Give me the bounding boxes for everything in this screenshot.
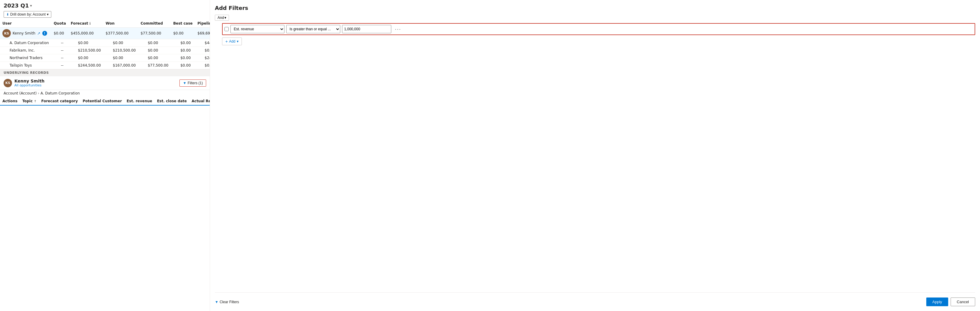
add-btn-label: Add	[229, 39, 235, 43]
sub-quota: --	[51, 47, 68, 54]
underlying-user-subtitle: All opportunities	[14, 83, 45, 87]
sort-icon: ↑	[34, 100, 36, 103]
sub-user-cell: Tailspin Toys	[0, 62, 51, 69]
drill-down-bar: ⬇ Drill down by: Account ▾	[0, 10, 210, 19]
avatar: KS	[2, 29, 11, 38]
sub-pipeline: $24,995.00	[195, 54, 210, 62]
cancel-button[interactable]: Cancel	[951, 298, 975, 306]
add-chevron-icon: ▾	[237, 39, 239, 43]
filter-operator-select[interactable]: Is greater than or equal ...	[286, 25, 340, 33]
sub-user-cell: Northwind Traders	[0, 54, 51, 62]
filter-btn-label: Filters (1)	[188, 81, 203, 85]
apply-button[interactable]: Apply	[926, 298, 948, 306]
clear-filter-icon: ▼	[215, 300, 218, 304]
col-won: Won	[103, 19, 138, 28]
add-plus-icon: +	[225, 39, 228, 44]
clear-filters-label: Clear Filters	[220, 300, 239, 304]
rec-col-est-close: Est. close date	[154, 97, 189, 105]
expand-icon[interactable]: ↗	[37, 31, 40, 36]
sub-quota: --	[51, 62, 68, 69]
forecast-info-icon: ℹ	[89, 22, 91, 25]
left-panel: 2023 Q1 ▾ ⬇ Drill down by: Account ▾ Use…	[0, 0, 210, 311]
panel-title: Add Filters	[215, 5, 975, 11]
more-options-button[interactable]: ···	[393, 25, 403, 33]
pipeline-cell: $69,695.00	[195, 28, 210, 39]
filter-value-input[interactable]	[342, 25, 391, 33]
clear-filters-button[interactable]: ▼ Clear Filters	[215, 299, 239, 305]
rec-col-est-revenue: Est. revenue	[124, 97, 154, 105]
sub-committed: $0.00	[138, 47, 171, 54]
sub-pipeline: $44,700.00	[195, 39, 210, 47]
sub-user-cell: A. Datum Corporation	[0, 39, 51, 47]
records-table-wrap: Actions Topic ↑ Forecast category Potent…	[0, 97, 210, 311]
table-row: Tailspin Toys -- $244,500.00 $167,000.00…	[0, 62, 210, 69]
breadcrumb-separator: ›	[38, 91, 39, 95]
breadcrumb-current: A. Datum Corporation	[40, 91, 80, 95]
committed-cell: $77,500.00	[138, 28, 171, 39]
section-label: UNDERLYING RECORDS	[3, 71, 49, 75]
filter-icon: ▼	[183, 81, 186, 85]
sub-best-case: $0.00	[171, 39, 195, 47]
quota-cell: $0.00	[51, 28, 68, 39]
rec-col-potential-customer: Potential Customer	[80, 97, 124, 105]
rec-col-forecast-cat: Forecast category	[39, 97, 80, 105]
add-row: + Add ▾	[222, 38, 975, 45]
forecast-table-wrap: User Quota Forecast ℹ Won Committed Best…	[0, 19, 210, 69]
breadcrumb: Account (Account) › A. Datum Corporation	[0, 90, 210, 97]
forecast-cell: $455,000.00	[68, 28, 103, 39]
drill-icon: ⬇	[6, 13, 9, 16]
drill-down-button[interactable]: ⬇ Drill down by: Account ▾	[3, 11, 51, 18]
sub-won: $0.00	[103, 39, 138, 47]
sub-best-case: $0.00	[171, 47, 195, 54]
sub-won: $0.00	[103, 54, 138, 62]
year-chevron-icon: ▾	[30, 3, 32, 8]
sub-forecast: $244,500.00	[68, 62, 103, 69]
sub-committed: $77,500.00	[138, 62, 171, 69]
section-divider: UNDERLYING RECORDS	[0, 69, 210, 76]
and-row: And ▾	[215, 15, 975, 21]
drill-down-label: Drill down by: Account	[10, 12, 46, 16]
year-label: 2023 Q1	[3, 2, 29, 9]
info-dot-icon[interactable]: !	[42, 31, 47, 36]
table-row: Northwind Traders -- $0.00 $0.00 $0.00 $…	[0, 54, 210, 62]
sub-forecast: $210,500.00	[68, 47, 103, 54]
sub-forecast: $0.00	[68, 39, 103, 47]
rec-col-actions: Actions	[0, 97, 20, 105]
sub-won: $167,000.00	[103, 62, 138, 69]
add-filter-button[interactable]: + Add ▾	[222, 38, 242, 45]
filter-checkbox[interactable]	[224, 27, 229, 31]
rec-col-topic: Topic ↑	[20, 97, 39, 105]
drill-chevron-icon: ▾	[47, 12, 49, 16]
sub-won: $210,500.00	[103, 47, 138, 54]
sub-committed: $0.00	[138, 39, 171, 47]
underlying-user: KS Kenny Smith All opportunities	[3, 79, 45, 87]
records-table: Actions Topic ↑ Forecast category Potent…	[0, 97, 210, 106]
app-layout: 2023 Q1 ▾ ⬇ Drill down by: Account ▾ Use…	[0, 0, 980, 311]
underlying-header: KS Kenny Smith All opportunities ▼ Filte…	[0, 76, 210, 90]
header: 2023 Q1 ▾	[0, 0, 210, 10]
forecast-table: User Quota Forecast ℹ Won Committed Best…	[0, 19, 210, 69]
filters-button[interactable]: ▼ Filters (1)	[180, 79, 206, 87]
filter-field-select[interactable]: Est. revenue	[231, 25, 285, 33]
sub-best-case: $0.00	[171, 62, 195, 69]
rec-col-actual-revenue: Actual Revenue	[189, 97, 210, 105]
col-user: User	[0, 19, 51, 28]
year-selector[interactable]: 2023 Q1 ▾	[3, 2, 206, 9]
footer-actions: Apply Cancel	[926, 298, 975, 306]
col-committed: Committed	[138, 19, 171, 28]
user-name: Kenny Smith	[13, 31, 35, 35]
filter-row: Est. revenue Is greater than or equal ..…	[222, 23, 975, 35]
col-pipeline: Pipeline	[195, 19, 210, 28]
sub-quota: --	[51, 54, 68, 62]
breadcrumb-part1: Account (Account)	[3, 91, 37, 95]
sub-pipeline: $0.00	[195, 47, 210, 54]
table-row: KS Kenny Smith ↗ ! $0.00 $455,000.00 $37…	[0, 28, 210, 39]
and-label: And	[218, 16, 224, 20]
user-cell: KS Kenny Smith ↗ !	[0, 28, 51, 39]
sub-forecast: $0.00	[68, 54, 103, 62]
and-badge-button[interactable]: And ▾	[215, 15, 229, 21]
table-row: A. Datum Corporation -- $0.00 $0.00 $0.0…	[0, 39, 210, 47]
col-best-case: Best case	[171, 19, 195, 28]
sub-user-cell: Fabrikam, Inc.	[0, 47, 51, 54]
col-forecast: Forecast ℹ	[68, 19, 103, 28]
